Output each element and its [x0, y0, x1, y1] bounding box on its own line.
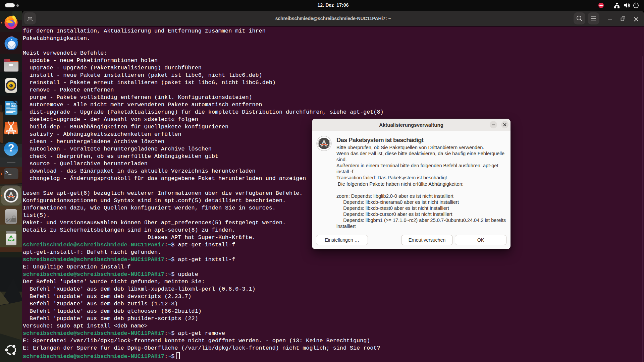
- svg-text:?: ?: [8, 142, 14, 154]
- svg-text:ss: ss: [6, 217, 12, 223]
- svg-text:>_: >_: [5, 170, 12, 176]
- svg-text:A: A: [8, 190, 14, 200]
- svg-text:A: A: [321, 138, 327, 148]
